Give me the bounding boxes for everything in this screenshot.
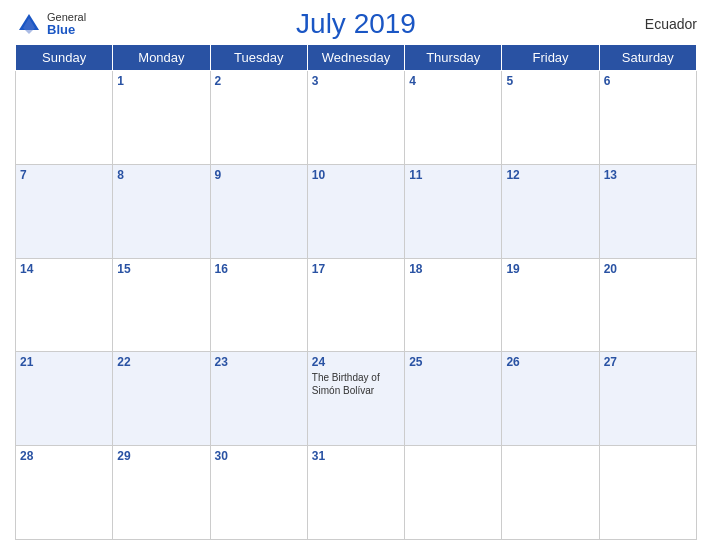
calendar-day-cell: 25 xyxy=(405,352,502,446)
day-number: 10 xyxy=(312,168,400,182)
calendar-day-cell: 26 xyxy=(502,352,599,446)
day-number: 26 xyxy=(506,355,594,369)
day-number: 19 xyxy=(506,262,594,276)
calendar-week-row: 78910111213 xyxy=(16,164,697,258)
calendar-day-cell xyxy=(502,446,599,540)
calendar-day-cell: 21 xyxy=(16,352,113,446)
calendar-day-cell: 29 xyxy=(113,446,210,540)
day-number: 17 xyxy=(312,262,400,276)
day-number: 12 xyxy=(506,168,594,182)
logo-blue-label: Blue xyxy=(47,23,86,37)
calendar-day-cell: 12 xyxy=(502,164,599,258)
col-monday: Monday xyxy=(113,45,210,71)
calendar-day-cell: 7 xyxy=(16,164,113,258)
logo-text: General Blue xyxy=(47,11,86,37)
calendar-day-cell: 9 xyxy=(210,164,307,258)
calendar-day-cell: 28 xyxy=(16,446,113,540)
day-number: 31 xyxy=(312,449,400,463)
day-number: 4 xyxy=(409,74,497,88)
day-number: 11 xyxy=(409,168,497,182)
col-wednesday: Wednesday xyxy=(307,45,404,71)
col-thursday: Thursday xyxy=(405,45,502,71)
calendar-day-cell: 13 xyxy=(599,164,696,258)
day-number: 7 xyxy=(20,168,108,182)
logo: General Blue xyxy=(15,10,86,38)
day-number: 16 xyxy=(215,262,303,276)
day-number: 20 xyxy=(604,262,692,276)
calendar-week-row: 28293031 xyxy=(16,446,697,540)
day-number: 29 xyxy=(117,449,205,463)
day-number: 18 xyxy=(409,262,497,276)
calendar-day-cell: 16 xyxy=(210,258,307,352)
calendar-page: General Blue July 2019 Ecuador Sunday Mo… xyxy=(0,0,712,550)
calendar-day-cell: 5 xyxy=(502,71,599,165)
col-saturday: Saturday xyxy=(599,45,696,71)
day-number: 8 xyxy=(117,168,205,182)
day-number: 15 xyxy=(117,262,205,276)
calendar-day-cell: 31 xyxy=(307,446,404,540)
day-number: 30 xyxy=(215,449,303,463)
day-number: 27 xyxy=(604,355,692,369)
calendar-week-row: 14151617181920 xyxy=(16,258,697,352)
calendar-title: July 2019 xyxy=(296,8,416,40)
day-number: 3 xyxy=(312,74,400,88)
day-number: 28 xyxy=(20,449,108,463)
calendar-day-cell: 15 xyxy=(113,258,210,352)
day-number: 14 xyxy=(20,262,108,276)
calendar-day-cell: 11 xyxy=(405,164,502,258)
day-number: 13 xyxy=(604,168,692,182)
day-number: 22 xyxy=(117,355,205,369)
day-number: 6 xyxy=(604,74,692,88)
calendar-table: Sunday Monday Tuesday Wednesday Thursday… xyxy=(15,44,697,540)
calendar-week-row: 21222324The Birthday of Simón Bolívar252… xyxy=(16,352,697,446)
calendar-day-cell: 18 xyxy=(405,258,502,352)
generalblue-logo-icon xyxy=(15,10,43,38)
calendar-day-cell: 3 xyxy=(307,71,404,165)
event-label: The Birthday of Simón Bolívar xyxy=(312,371,400,397)
day-number: 5 xyxy=(506,74,594,88)
day-number: 24 xyxy=(312,355,400,369)
col-tuesday: Tuesday xyxy=(210,45,307,71)
col-sunday: Sunday xyxy=(16,45,113,71)
calendar-day-cell: 17 xyxy=(307,258,404,352)
country-label: Ecuador xyxy=(645,16,697,32)
calendar-day-cell: 23 xyxy=(210,352,307,446)
col-friday: Friday xyxy=(502,45,599,71)
day-number: 21 xyxy=(20,355,108,369)
day-number: 25 xyxy=(409,355,497,369)
calendar-day-cell: 1 xyxy=(113,71,210,165)
calendar-day-cell: 2 xyxy=(210,71,307,165)
calendar-day-cell: 6 xyxy=(599,71,696,165)
day-number: 1 xyxy=(117,74,205,88)
day-number: 23 xyxy=(215,355,303,369)
calendar-day-cell: 14 xyxy=(16,258,113,352)
day-number: 2 xyxy=(215,74,303,88)
calendar-day-cell xyxy=(599,446,696,540)
calendar-day-cell: 8 xyxy=(113,164,210,258)
calendar-day-cell: 4 xyxy=(405,71,502,165)
days-header-row: Sunday Monday Tuesday Wednesday Thursday… xyxy=(16,45,697,71)
calendar-day-cell: 19 xyxy=(502,258,599,352)
calendar-day-cell xyxy=(405,446,502,540)
calendar-day-cell: 20 xyxy=(599,258,696,352)
calendar-day-cell: 22 xyxy=(113,352,210,446)
calendar-day-cell: 30 xyxy=(210,446,307,540)
calendar-day-cell: 10 xyxy=(307,164,404,258)
day-number: 9 xyxy=(215,168,303,182)
calendar-day-cell: 24The Birthday of Simón Bolívar xyxy=(307,352,404,446)
calendar-day-cell xyxy=(16,71,113,165)
calendar-day-cell: 27 xyxy=(599,352,696,446)
calendar-header: General Blue July 2019 Ecuador xyxy=(15,10,697,38)
calendar-week-row: 123456 xyxy=(16,71,697,165)
